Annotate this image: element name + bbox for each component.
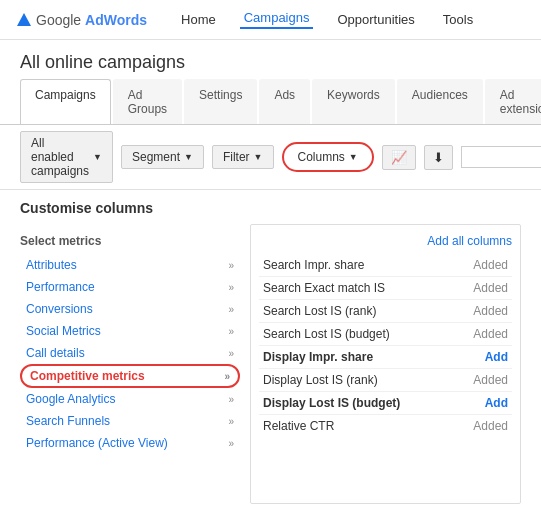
metric-label: Performance (Active View) — [26, 436, 168, 450]
tab-ad-extensions[interactable]: Ad extensions — [485, 79, 541, 124]
nav-home[interactable]: Home — [177, 12, 220, 27]
chevron-right-icon: » — [224, 371, 230, 382]
column-name: Display Lost IS (rank) — [263, 373, 378, 387]
tab-audiences[interactable]: Audiences — [397, 79, 483, 124]
columns-panel: Add all columns Search Impr. shareAddedS… — [250, 224, 521, 504]
column-name: Search Lost IS (rank) — [263, 304, 376, 318]
columns-list: Search Impr. shareAddedSearch Exact matc… — [259, 254, 512, 437]
svg-marker-0 — [17, 13, 31, 26]
column-row: Search Lost IS (rank)Added — [259, 300, 512, 323]
top-navigation: Google AdWords Home Campaigns Opportunit… — [0, 0, 541, 40]
metric-item-call-details[interactable]: Call details» — [20, 342, 240, 364]
metric-item-search-funnels[interactable]: Search Funnels» — [20, 410, 240, 432]
metric-item-competitive-metrics[interactable]: Competitive metrics» — [20, 364, 240, 388]
all-enabled-campaigns-btn[interactable]: All enabled campaigns ▼ — [20, 131, 113, 183]
download-btn[interactable]: ⬇ — [424, 145, 453, 170]
metric-label: Call details — [26, 346, 85, 360]
metric-item-attributes[interactable]: Attributes» — [20, 254, 240, 276]
metric-label: Attributes — [26, 258, 77, 272]
panel-title: Customise columns — [20, 200, 521, 216]
chevron-right-icon: » — [228, 438, 234, 449]
tab-ads[interactable]: Ads — [259, 79, 310, 124]
column-row: Search Lost IS (budget)Added — [259, 323, 512, 346]
column-name: Relative CTR — [263, 419, 334, 433]
nav-tools[interactable]: Tools — [439, 12, 477, 27]
column-row: Search Impr. shareAdded — [259, 254, 512, 277]
metric-item-conversions[interactable]: Conversions» — [20, 298, 240, 320]
column-name: Display Impr. share — [263, 350, 373, 364]
added-badge: Added — [473, 373, 508, 387]
add-column-link[interactable]: Add — [485, 350, 508, 364]
tab-ad-groups[interactable]: Ad Groups — [113, 79, 182, 124]
column-row: Display Lost IS (budget)Add — [259, 392, 512, 415]
logo: Google AdWords — [16, 12, 147, 28]
column-row: Display Lost IS (rank)Added — [259, 369, 512, 392]
metric-item-google-analytics[interactable]: Google Analytics» — [20, 388, 240, 410]
metric-label: Social Metrics — [26, 324, 101, 338]
columns-btn[interactable]: Columns ▼ — [288, 146, 368, 168]
column-row: Relative CTRAdded — [259, 415, 512, 437]
logo-icon — [16, 12, 32, 28]
filter-btn[interactable]: Filter ▼ — [212, 145, 274, 169]
chart-btn[interactable]: 📈 — [382, 145, 416, 170]
columns-btn-highlight: Columns ▼ — [282, 142, 374, 172]
logo-text: Google AdWords — [36, 12, 147, 28]
chevron-right-icon: » — [228, 348, 234, 359]
metric-label: Performance — [26, 280, 95, 294]
add-column-link[interactable]: Add — [485, 396, 508, 410]
content-row: Select metrics Attributes»Performance»Co… — [20, 224, 521, 504]
toolbar: All enabled campaigns ▼ Segment ▼ Filter… — [0, 125, 541, 190]
column-row: Search Exact match ISAdded — [259, 277, 512, 300]
tab-keywords[interactable]: Keywords — [312, 79, 395, 124]
metrics-list: Attributes»Performance»Conversions»Socia… — [20, 254, 240, 454]
tabs-bar: CampaignsAd GroupsSettingsAdsKeywordsAud… — [0, 79, 541, 125]
metric-item-performance-(active-view)[interactable]: Performance (Active View)» — [20, 432, 240, 454]
added-badge: Added — [473, 419, 508, 433]
metrics-panel: Select metrics Attributes»Performance»Co… — [20, 224, 240, 504]
metric-item-social-metrics[interactable]: Social Metrics» — [20, 320, 240, 342]
search-input[interactable] — [461, 146, 541, 168]
page-title: All online campaigns — [20, 52, 521, 73]
page-header: All online campaigns — [0, 40, 541, 79]
main-content: Customise columns Select metrics Attribu… — [0, 190, 541, 504]
chevron-right-icon: » — [228, 304, 234, 315]
chevron-right-icon: » — [228, 326, 234, 337]
column-name: Search Exact match IS — [263, 281, 385, 295]
metric-label: Conversions — [26, 302, 93, 316]
column-name: Display Lost IS (budget) — [263, 396, 400, 410]
segment-btn[interactable]: Segment ▼ — [121, 145, 204, 169]
chevron-right-icon: » — [228, 260, 234, 271]
added-badge: Added — [473, 304, 508, 318]
caret-icon: ▼ — [349, 152, 358, 162]
added-badge: Added — [473, 258, 508, 272]
caret-icon: ▼ — [184, 152, 193, 162]
column-name: Search Lost IS (budget) — [263, 327, 390, 341]
metric-item-performance[interactable]: Performance» — [20, 276, 240, 298]
metric-label: Competitive metrics — [30, 369, 145, 383]
caret-icon: ▼ — [254, 152, 263, 162]
add-all-columns-link[interactable]: Add all columns — [427, 234, 512, 248]
nav-opportunities[interactable]: Opportunities — [333, 12, 418, 27]
column-row: Display Impr. shareAdd — [259, 346, 512, 369]
caret-icon: ▼ — [93, 152, 102, 162]
metrics-subtitle: Select metrics — [20, 234, 240, 248]
metric-label: Google Analytics — [26, 392, 115, 406]
tab-campaigns[interactable]: Campaigns — [20, 79, 111, 124]
nav-campaigns[interactable]: Campaigns — [240, 10, 314, 29]
columns-header: Add all columns — [259, 233, 512, 248]
metric-label: Search Funnels — [26, 414, 110, 428]
added-badge: Added — [473, 281, 508, 295]
added-badge: Added — [473, 327, 508, 341]
chevron-right-icon: » — [228, 394, 234, 405]
chevron-right-icon: » — [228, 416, 234, 427]
column-name: Search Impr. share — [263, 258, 364, 272]
chevron-right-icon: » — [228, 282, 234, 293]
tab-settings[interactable]: Settings — [184, 79, 257, 124]
